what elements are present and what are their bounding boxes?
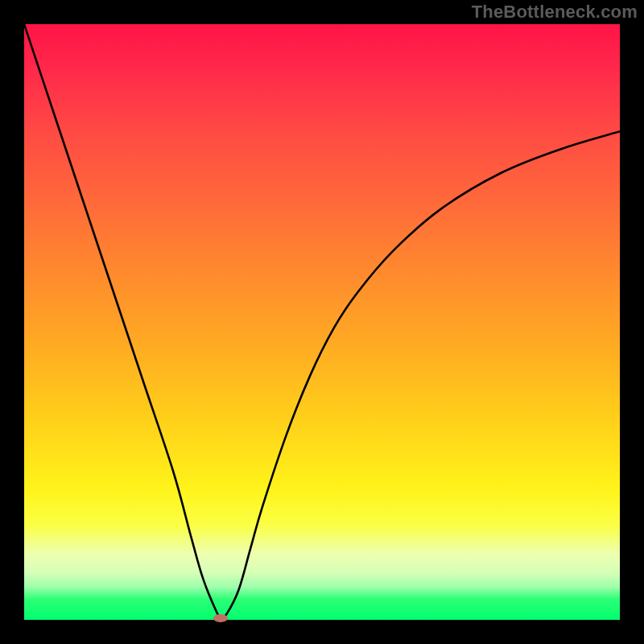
- optimal-point-marker: [213, 614, 228, 622]
- curve-svg: [24, 24, 620, 620]
- chart-frame: TheBottleneck.com: [0, 0, 644, 644]
- plot-area: [24, 24, 620, 620]
- watermark-text: TheBottleneck.com: [472, 2, 638, 23]
- bottleneck-curve: [24, 24, 620, 618]
